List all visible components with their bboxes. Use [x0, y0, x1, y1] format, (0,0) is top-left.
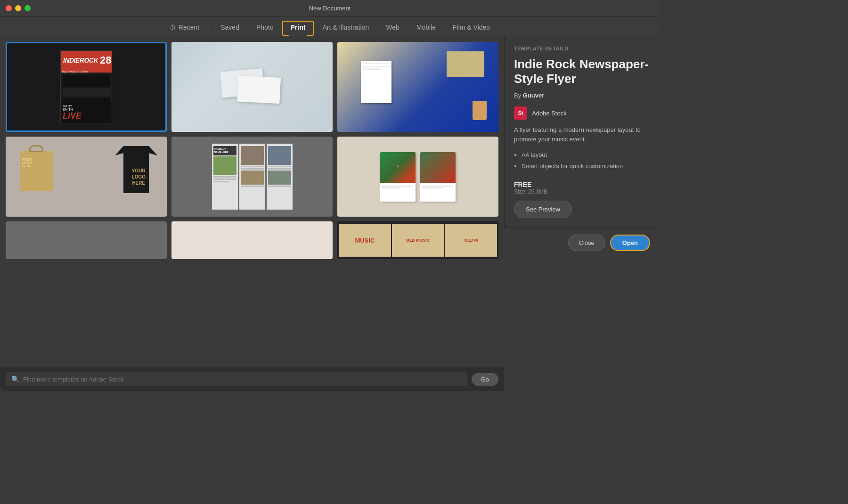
template-card-stationery[interactable]: Stationery Branding Scene Mock... FREE [337, 42, 498, 132]
tab-recent-label: Recent [179, 24, 199, 31]
template-author-name: Guuver [523, 92, 545, 99]
template-details-label: TEMPLATE DETAILS [514, 46, 650, 51]
search-bar: 🔍 Go [0, 367, 504, 391]
clock-icon: ⏱ [170, 24, 176, 31]
tab-recent[interactable]: ⏱ Recent [161, 21, 208, 36]
close-traffic-light[interactable] [6, 5, 12, 11]
search-icon: 🔍 [11, 375, 19, 383]
feature-a4: A4 layout [522, 149, 650, 160]
adobe-stock-label: Adobe Stock [532, 110, 567, 117]
template-title: Indie Rock Newspaper-Style Flyer [514, 57, 650, 86]
template-thumbnail-indie-rock: INDIEROCK 28 INDIE MUSIC FESTIVAL MARYSM… [7, 43, 165, 130]
indie-flyer: INDIEROCK 28 INDIE MUSIC FESTIVAL MARYSM… [60, 50, 112, 123]
tab-art-label: Art & Illustration [322, 24, 369, 31]
template-thumbnail-trifold: COMPANYNAME HERE [171, 137, 333, 217]
template-card-indie-rock[interactable]: INDIEROCK 28 INDIE MUSIC FESTIVAL MARYSM… [6, 42, 167, 132]
template-card-partial3[interactable]: MUSIC OLD MUSIC OLD M [337, 221, 498, 259]
template-thumbnail-partial1 [6, 221, 167, 259]
tab-web[interactable]: Web [377, 21, 408, 36]
template-card-retail[interactable]: YOURLOGOHERE YOURLOGOHERE Retail Brandin… [6, 137, 167, 217]
template-card-flamingo[interactable]: 🦩 [337, 137, 498, 217]
open-button[interactable]: Open [610, 235, 650, 251]
template-thumbnail-flamingo: 🦩 [337, 137, 498, 217]
tab-film[interactable]: Film & Video [444, 21, 498, 36]
tab-web-label: Web [386, 24, 400, 31]
tab-photo-label: Photo [256, 24, 274, 31]
tab-mobile[interactable]: Mobile [408, 21, 444, 36]
template-thumbnail-marble [171, 42, 333, 132]
tab-art[interactable]: Art & Illustration [314, 21, 377, 36]
see-preview-button[interactable]: See Preview [514, 201, 572, 218]
template-thumbnail-partial2 [171, 221, 333, 259]
template-price-section: FREE Size: 26.3MB [514, 177, 650, 195]
tab-saved[interactable]: Saved [212, 21, 248, 36]
template-card-partial2[interactable] [171, 221, 333, 259]
template-thumbnail-partial3: MUSIC OLD MUSIC OLD M [337, 221, 498, 259]
template-size: Size: 26.3MB [514, 188, 650, 195]
template-thumbnail-stationery [337, 42, 498, 132]
tab-film-label: Film & Video [453, 24, 490, 31]
tab-saved-label: Saved [220, 24, 239, 31]
search-go-button[interactable]: Go [472, 373, 498, 386]
title-bar: New Document [0, 0, 660, 17]
bottom-buttons: Close Open [504, 228, 660, 258]
adobe-stock-row: St Adobe Stock [514, 106, 650, 120]
template-author: By Guuver [514, 92, 650, 99]
close-button[interactable]: Close [568, 235, 605, 251]
window-title: New Document [309, 5, 351, 12]
search-input[interactable] [23, 376, 461, 383]
nav-divider [210, 24, 210, 33]
template-grid: INDIEROCK 28 INDIE MUSIC FESTIVAL MARYSM… [6, 42, 498, 259]
tab-print-label: Print [291, 24, 306, 31]
search-input-wrapper: 🔍 [6, 372, 467, 386]
template-description: A flyer featuring a modern newspaper lay… [514, 125, 650, 144]
tab-photo[interactable]: Photo [248, 21, 282, 36]
template-features: A4 layout Smart objects for quick custom… [514, 149, 650, 171]
minimize-traffic-light[interactable] [15, 5, 21, 11]
template-card-partial1[interactable] [6, 221, 167, 259]
nav-tabs: ⏱ Recent Saved Photo Print Art & Illustr… [0, 17, 660, 36]
template-label-indie-rock: Indie Rock Newspaper-Style Flyer FREE [7, 130, 165, 132]
adobe-stock-icon: St [514, 106, 527, 120]
template-card-trifold[interactable]: COMPANYNAME HERE [171, 137, 333, 217]
right-panel: TEMPLATE DETAILS Indie Rock Newspaper-St… [504, 36, 660, 228]
tab-print[interactable]: Print [282, 21, 314, 36]
tab-mobile-label: Mobile [416, 24, 436, 31]
template-price: FREE [514, 181, 650, 188]
main-content: INDIEROCK 28 INDIE MUSIC FESTIVAL MARYSM… [0, 36, 660, 391]
template-card-marble[interactable]: Marbled Business Card FREE [171, 42, 333, 132]
maximize-traffic-light[interactable] [24, 5, 31, 11]
feature-smart: Smart objects for quick customization [522, 161, 650, 171]
template-grid-area: INDIEROCK 28 INDIE MUSIC FESTIVAL MARYSM… [0, 36, 504, 367]
traffic-lights [6, 5, 31, 11]
template-thumbnail-retail: YOURLOGOHERE YOURLOGOHERE [6, 137, 167, 217]
